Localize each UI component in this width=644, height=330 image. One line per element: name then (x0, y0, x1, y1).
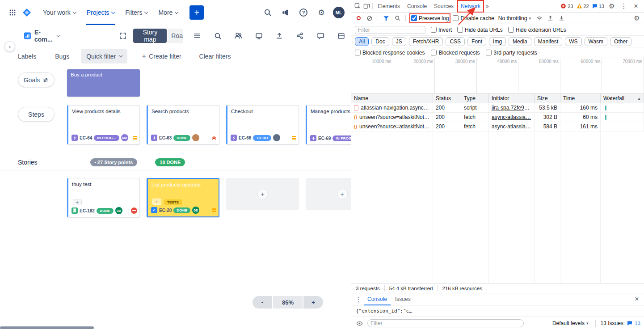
labels-link[interactable]: Labels (18, 53, 36, 60)
network-settings-gear-icon[interactable]: ⚙ (632, 14, 641, 23)
column-size[interactable]: Size (535, 94, 560, 103)
chip-other[interactable]: Other (610, 37, 631, 46)
drawer-close-icon[interactable]: × (632, 295, 641, 304)
archive-window-icon[interactable] (335, 30, 347, 42)
tab-console[interactable]: Console (404, 0, 430, 13)
settings-gear-icon[interactable]: ⚙ (315, 6, 328, 19)
board-search-icon[interactable] (211, 30, 224, 42)
network-filter-input[interactable] (355, 26, 425, 34)
column-status[interactable]: Status (433, 94, 461, 103)
chip-js[interactable]: JS (392, 37, 406, 46)
import-har-icon[interactable] (546, 14, 555, 23)
chip-css[interactable]: CSS (446, 37, 465, 46)
roadmap-tab[interactable]: Roa (168, 29, 183, 43)
step-card[interactable]: Checkout EC-66 TO DO (226, 105, 299, 144)
zoom-out-button[interactable]: - (253, 296, 272, 309)
issues-summary[interactable]: 13 Issues: 13 (601, 320, 641, 326)
chip-wasm[interactable]: Wasm (585, 37, 608, 46)
jira-logo[interactable] (22, 8, 31, 17)
goals-pill[interactable]: Goals (18, 72, 55, 87)
column-type[interactable]: Type (461, 94, 489, 103)
chevron-down-icon[interactable] (57, 34, 60, 37)
nav-projects[interactable]: Projects (81, 0, 120, 25)
blocked-requests-checkbox[interactable]: Blocked requests (431, 50, 480, 56)
more-tabs-button[interactable]: » (484, 3, 491, 9)
column-waterfall[interactable]: Waterfall▲ (601, 94, 644, 103)
export-icon[interactable] (273, 30, 286, 42)
hide-extension-urls-checkbox[interactable]: Hide extension URLs (508, 27, 566, 33)
horizontal-scrollbar[interactable] (0, 326, 94, 329)
initiator-link[interactable]: async-atlassia… (492, 123, 531, 130)
throttling-dropdown[interactable]: No throttling▾ (497, 15, 533, 21)
close-devtools-icon[interactable]: × (631, 2, 640, 11)
justify-list-icon[interactable] (191, 30, 203, 42)
add-card-button[interactable] (257, 189, 268, 199)
chip-ws[interactable]: WS (565, 37, 581, 46)
board-monitor-icon[interactable] (253, 30, 265, 42)
create-filter-button[interactable]: +Create filter (142, 52, 181, 60)
nav-more[interactable]: More (153, 0, 183, 25)
console-eye-icon[interactable] (355, 319, 364, 328)
network-request-row[interactable]: atlassian-navigation.async-… 200 script … (351, 103, 644, 113)
column-name[interactable]: Name (351, 94, 433, 103)
inspect-element-icon[interactable] (353, 2, 362, 11)
people-icon[interactable] (232, 30, 244, 42)
invert-checkbox[interactable]: Invert (431, 27, 452, 33)
clear-filters-button[interactable]: Clear filters (199, 53, 231, 60)
bugs-link[interactable]: Bugs (55, 53, 69, 60)
add-card-button[interactable] (337, 189, 348, 199)
goal-card[interactable]: Buy a product (67, 69, 140, 97)
initiator-link[interactable]: async-atlassia… (492, 114, 531, 120)
announcements-megaphone-icon[interactable] (279, 6, 292, 19)
nav-filters[interactable]: Filters (120, 0, 153, 25)
third-party-checkbox[interactable]: 3rd-party requests (486, 50, 537, 56)
hide-extension-urls-input[interactable] (508, 27, 514, 33)
kebab-menu-icon[interactable]: ⋮ (619, 2, 628, 11)
add-button[interactable] (73, 199, 82, 205)
story-map-tab[interactable]: Story map (133, 29, 167, 43)
preserve-log-checkbox[interactable]: Preserve log (411, 15, 449, 21)
chip-all[interactable]: All (355, 37, 369, 46)
create-button[interactable]: + (189, 5, 204, 20)
project-name[interactable]: E-com... (34, 29, 55, 43)
chip-fetch-xhr[interactable]: Fetch/XHR (409, 37, 443, 46)
message-count[interactable]: 13 (592, 4, 604, 9)
tab-sources[interactable]: Sources (430, 0, 457, 13)
story-card[interactable]: thuy test EC-182 DONE DD (67, 178, 140, 217)
column-time[interactable]: Time (560, 94, 601, 103)
blocked-cookies-checkbox[interactable]: Blocked response cookies (355, 50, 425, 56)
hide-data-urls-input[interactable] (457, 27, 463, 33)
steps-pill[interactable]: Steps (18, 107, 55, 122)
devtools-settings-gear-icon[interactable]: ⚙ (607, 2, 616, 11)
hide-data-urls-checkbox[interactable]: Hide data URLs (457, 27, 503, 33)
column-initiator[interactable]: Initiator (489, 94, 535, 103)
quick-filter-dropdown[interactable]: Quick filter (81, 49, 127, 63)
tab-elements[interactable]: Elements (374, 0, 404, 13)
add-button[interactable] (152, 199, 161, 205)
invert-input[interactable] (431, 27, 437, 33)
step-card[interactable]: Manage products EC-69 IN PROG... (306, 105, 351, 144)
network-request-row[interactable]: unseen?source=atlaskitNot… 200 fetch asy… (351, 122, 644, 131)
chip-font[interactable]: Font (467, 37, 486, 46)
network-request-row[interactable]: unseen?source=atlaskitNot… 200 fetch asy… (351, 113, 644, 122)
chip-img[interactable]: Img (489, 37, 506, 46)
search-icon[interactable] (261, 6, 274, 19)
initiator-link[interactable]: jira-spa.72fe95… (492, 105, 531, 111)
drawer-kebab-icon[interactable]: ⋮ (354, 295, 363, 304)
step-card[interactable]: View products details EC-64 IN PROG... M… (67, 105, 140, 144)
fullscreen-icon[interactable] (118, 30, 128, 42)
story-card-selected[interactable]: List products updated TESTS EC-20 DONE D… (147, 178, 219, 217)
record-network-log-icon[interactable] (354, 14, 363, 23)
console-log-line[interactable]: {"extension_id":"c… (351, 305, 644, 317)
disable-cache-checkbox[interactable]: Disable cache (453, 15, 494, 21)
help-icon[interactable]: ? (297, 6, 310, 19)
preserve-log-input[interactable] (411, 15, 417, 21)
drawer-tab-issues[interactable]: Issues (391, 293, 414, 305)
nav-your-work[interactable]: Your work (38, 0, 81, 25)
network-conditions-icon[interactable] (535, 14, 544, 23)
default-levels-dropdown[interactable]: Default levels▾ (551, 320, 590, 326)
third-party-input[interactable] (486, 50, 492, 55)
zoom-in-button[interactable]: + (303, 296, 323, 309)
app-switcher-icon[interactable] (6, 6, 19, 19)
user-avatar[interactable]: ML (333, 7, 345, 18)
